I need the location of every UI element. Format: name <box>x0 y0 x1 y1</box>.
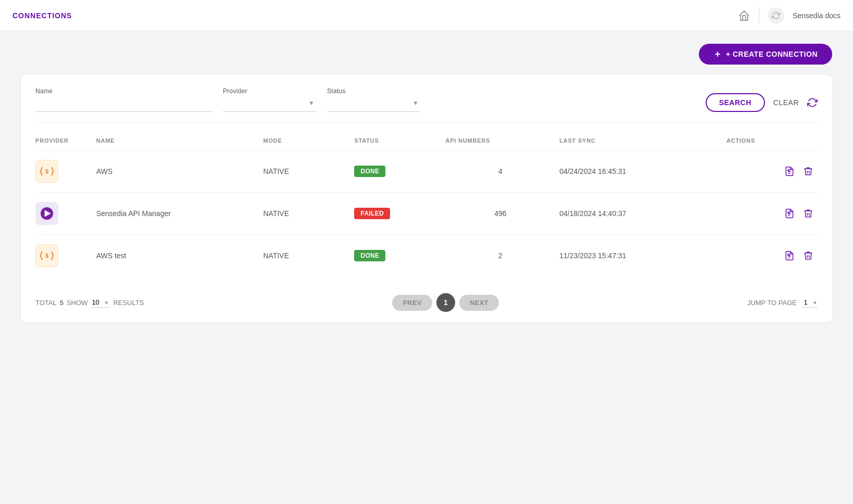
provider-filter-select[interactable]: AWS Sensedia API Manager <box>223 97 317 112</box>
jump-input-wrapper: ▼ <box>801 297 818 308</box>
svg-point-6 <box>788 170 789 171</box>
status-badge: DONE <box>354 166 385 177</box>
cell-name: AWS <box>96 150 264 193</box>
next-button[interactable]: NEXT <box>459 295 499 311</box>
view-button[interactable] <box>784 250 795 261</box>
filter-actions: SEARCH CLEAR <box>706 93 818 112</box>
cell-mode: NATIVE <box>263 193 354 235</box>
table-body: $ AWSNATIVEDONE404/24/2024 16:45:31 <box>35 150 818 277</box>
show-select[interactable]: 10 20 50 <box>91 297 110 308</box>
svg-point-16 <box>788 254 789 256</box>
view-icon <box>784 208 795 219</box>
filter-row: Name Provider AWS Sensedia API Manager ▼… <box>35 87 818 123</box>
cell-actions <box>726 235 818 277</box>
create-btn-row: + CREATE CONNECTION <box>21 44 832 65</box>
table-row: $ AWSNATIVEDONE404/24/2024 16:45:31 <box>35 150 818 193</box>
cell-actions <box>726 193 818 235</box>
table-row: Sensedia API ManagerNATIVEFAILED49604/18… <box>35 193 818 235</box>
aws-provider-icon: $ <box>35 160 58 183</box>
nav-refresh-icon[interactable] <box>768 7 784 24</box>
svg-point-11 <box>788 212 789 213</box>
status-filter-label: Status <box>327 87 421 95</box>
total-label: TOTAL <box>35 299 57 307</box>
show-label: SHOW <box>67 299 87 307</box>
svg-text:$: $ <box>45 169 48 174</box>
table-header: PROVIDER NAME MODE STATUS API NUMBERS LA… <box>35 131 818 150</box>
cell-last-sync: 04/24/2024 16:45:31 <box>559 150 726 193</box>
plus-icon <box>713 50 722 58</box>
nav-divider <box>759 7 759 24</box>
show-select-wrapper: 10 20 50 ▼ <box>91 297 110 308</box>
nav-left: CONNECTIONS <box>12 11 72 20</box>
create-connection-label: + CREATE CONNECTION <box>726 50 818 58</box>
pagination-controls: PREV 1 NEXT <box>392 293 498 312</box>
connections-table: PROVIDER NAME MODE STATUS API NUMBERS LA… <box>35 131 818 276</box>
col-header-mode: MODE <box>263 131 354 150</box>
aws-provider-icon: $ <box>35 244 58 267</box>
aws-icon-svg: $ <box>40 249 54 262</box>
cell-provider-icon <box>35 193 96 235</box>
action-icons <box>726 208 813 219</box>
main-content: + CREATE CONNECTION Name Provider AWS Se… <box>0 31 853 335</box>
app-title: CONNECTIONS <box>12 11 72 20</box>
clear-button[interactable]: CLEAR <box>773 98 799 107</box>
cell-name: AWS test <box>96 235 264 277</box>
jump-input[interactable] <box>801 297 818 308</box>
search-button[interactable]: SEARCH <box>706 93 765 112</box>
refresh-button[interactable] <box>807 97 818 108</box>
pagination-info: TOTAL 5 SHOW 10 20 50 ▼ RESULTS <box>35 297 144 308</box>
provider-filter-label: Provider <box>223 87 317 95</box>
total-value: 5 <box>60 299 64 307</box>
prev-button[interactable]: PREV <box>392 295 432 311</box>
page-1-button[interactable]: 1 <box>436 293 455 312</box>
cell-api-numbers: 4 <box>445 150 559 193</box>
delete-button[interactable] <box>803 208 813 219</box>
table-section: PROVIDER NAME MODE STATUS API NUMBERS LA… <box>35 123 818 285</box>
col-header-provider: PROVIDER <box>35 131 96 150</box>
col-header-status: STATUS <box>354 131 445 150</box>
home-icon[interactable] <box>738 9 750 22</box>
provider-select-wrapper: AWS Sensedia API Manager ▼ <box>223 97 317 112</box>
jump-to-page: JUMP TO PAGE ▼ <box>747 297 818 308</box>
cell-status: DONE <box>354 235 445 277</box>
create-connection-button[interactable]: + CREATE CONNECTION <box>699 44 832 65</box>
name-filter-label: Name <box>35 87 212 95</box>
cell-provider-icon: $ <box>35 150 96 193</box>
aws-icon-svg: $ <box>40 165 54 178</box>
action-icons <box>726 250 813 261</box>
cell-status: FAILED <box>354 193 445 235</box>
cell-last-sync: 04/18/2024 14:40:37 <box>559 193 726 235</box>
sensedia-provider-icon <box>35 202 58 225</box>
refresh-icon <box>807 97 818 108</box>
status-select-wrapper: DONE FAILED ▼ <box>327 97 421 112</box>
svg-text:$: $ <box>45 253 48 259</box>
cell-status: DONE <box>354 150 445 193</box>
status-badge: DONE <box>354 250 385 261</box>
jump-label: JUMP TO PAGE <box>747 299 797 307</box>
status-filter-field: Status DONE FAILED ▼ <box>327 87 421 112</box>
status-filter-select[interactable]: DONE FAILED <box>327 97 421 112</box>
name-filter-input[interactable] <box>35 97 212 112</box>
cell-provider-icon: $ <box>35 235 96 277</box>
col-header-last-sync: LAST SYNC <box>559 131 726 150</box>
delete-button[interactable] <box>803 166 813 177</box>
view-button[interactable] <box>784 166 795 177</box>
sensedia-icon-svg <box>41 207 53 220</box>
cell-last-sync: 11/23/2023 15:47:31 <box>559 235 726 277</box>
docs-link[interactable]: Sensedia docs <box>793 11 841 20</box>
table-row: $ AWS testNATIVEDONE211/23/2023 15:47:31 <box>35 235 818 277</box>
cell-name: Sensedia API Manager <box>96 193 264 235</box>
view-icon <box>784 166 795 177</box>
name-filter-field: Name <box>35 87 212 112</box>
cell-api-numbers: 496 <box>445 193 559 235</box>
results-label: RESULTS <box>113 299 144 307</box>
status-badge: FAILED <box>354 208 390 219</box>
delete-icon <box>803 208 813 219</box>
view-button[interactable] <box>784 208 795 219</box>
cell-mode: NATIVE <box>263 235 354 277</box>
delete-icon <box>803 250 813 261</box>
provider-filter-field: Provider AWS Sensedia API Manager ▼ <box>223 87 317 112</box>
cell-actions <box>726 150 818 193</box>
delete-button[interactable] <box>803 250 813 261</box>
pagination-row: TOTAL 5 SHOW 10 20 50 ▼ RESULTS PREV 1 N… <box>35 285 818 322</box>
